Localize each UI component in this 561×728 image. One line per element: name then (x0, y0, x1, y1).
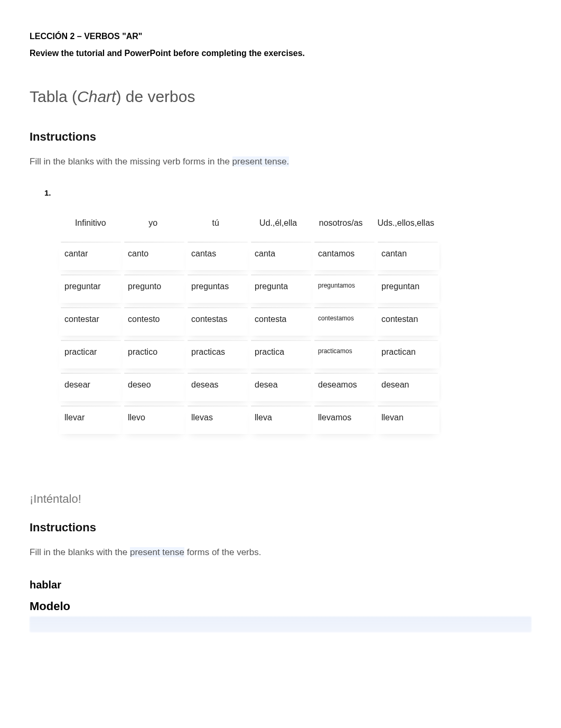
cell-tu[interactable]: llevas (186, 407, 249, 434)
cell-tu[interactable]: preguntas (186, 275, 249, 303)
section-heading-tabla: Tabla (Chart) de verbos (30, 88, 531, 106)
header-yo: yo (121, 213, 184, 233)
cell-nosotros[interactable]: cantamos (313, 243, 376, 270)
table-row: practicar practico practicas practica pr… (59, 341, 440, 368)
header-ud: Ud.,él,ella (247, 213, 309, 233)
table-row: preguntar pregunto preguntas pregunta pr… (59, 275, 440, 303)
cell-yo[interactable]: canto (123, 243, 186, 270)
cell-ud[interactable]: canta (249, 243, 313, 270)
table-row: contestar contesto contestas contesta co… (59, 308, 440, 336)
lesson-title: LECCIÓN 2 – VERBOS "AR" (30, 32, 531, 41)
instructions-heading-2: Instructions (30, 521, 531, 535)
cell-infinitive[interactable]: cantar (59, 243, 123, 270)
instructions-plain: Fill in the blanks with the missing verb… (30, 156, 232, 167)
cell-tu[interactable]: deseas (186, 374, 249, 401)
list-number-1: 1. (44, 188, 531, 197)
cell-ud[interactable]: lleva (249, 407, 313, 434)
cell-tu[interactable]: cantas (186, 243, 249, 270)
header-tu: tú (184, 213, 247, 233)
cell-nosotros[interactable]: deseamos (313, 374, 376, 401)
heading-suffix: ) de verbos (116, 88, 195, 105)
cell-ud[interactable]: practica (249, 341, 313, 368)
cell-ud[interactable]: desea (249, 374, 313, 401)
instr2-highlight: present tense (130, 547, 184, 557)
table-header-row: Infinitivo yo tú Ud.,él,ella nosotros/as… (59, 213, 440, 233)
cell-yo[interactable]: pregunto (123, 275, 186, 303)
cell-uds[interactable]: contestan (376, 308, 440, 336)
cell-infinitive[interactable]: contestar (59, 308, 123, 336)
heading-italic: Chart (77, 88, 116, 105)
cell-ud[interactable]: contesta (249, 308, 313, 336)
cell-nosotros[interactable]: contestamos (313, 308, 376, 336)
modelo-label: Modelo (30, 600, 531, 613)
table-row: cantar canto cantas canta cantamos canta… (59, 243, 440, 270)
review-note: Review the tutorial and PowerPoint befor… (30, 49, 531, 58)
cell-yo[interactable]: contesto (123, 308, 186, 336)
cell-nosotros[interactable]: practicamos (313, 341, 376, 368)
table-row: llevar llevo llevas lleva llevamos lleva… (59, 407, 440, 434)
header-nosotros: nosotros/as (310, 213, 372, 233)
cell-uds[interactable]: preguntan (376, 275, 440, 303)
cell-yo[interactable]: llevo (123, 407, 186, 434)
cell-infinitive[interactable]: practicar (59, 341, 123, 368)
cell-uds[interactable]: desean (376, 374, 440, 401)
cell-tu[interactable]: practicas (186, 341, 249, 368)
cell-uds[interactable]: practican (376, 341, 440, 368)
cell-tu[interactable]: contestas (186, 308, 249, 336)
cell-uds[interactable]: llevan (376, 407, 440, 434)
cell-infinitive[interactable]: llevar (59, 407, 123, 434)
instructions-text-2: Fill in the blanks with the present tens… (30, 547, 531, 558)
blurred-content (30, 616, 531, 632)
verb-table: Infinitivo yo tú Ud.,él,ella nosotros/as… (59, 213, 440, 434)
instructions-text-1: Fill in the blanks with the missing verb… (30, 156, 531, 167)
cell-ud[interactable]: pregunta (249, 275, 313, 303)
cell-yo[interactable]: practico (123, 341, 186, 368)
verb-label-hablar: hablar (30, 579, 531, 591)
cell-uds[interactable]: cantan (376, 243, 440, 270)
cell-nosotros[interactable]: preguntamos (313, 275, 376, 303)
heading-prefix: Tabla ( (30, 88, 77, 105)
table-row: desear deseo deseas desea deseamos desea… (59, 374, 440, 401)
cell-infinitive[interactable]: preguntar (59, 275, 123, 303)
cell-yo[interactable]: deseo (123, 374, 186, 401)
instructions-highlight: present tense. (232, 156, 289, 167)
header-uds: Uds.,ellos,ellas (372, 213, 440, 233)
instr2-prefix: Fill in the blanks with the (30, 547, 130, 557)
cell-infinitive[interactable]: desear (59, 374, 123, 401)
instructions-heading-1: Instructions (30, 130, 531, 144)
cell-nosotros[interactable]: llevamos (313, 407, 376, 434)
instr2-suffix: forms of the verbs. (184, 547, 261, 557)
section-heading-intentalo: ¡Inténtalo! (30, 492, 531, 506)
header-infinitivo: Infinitivo (59, 213, 121, 233)
